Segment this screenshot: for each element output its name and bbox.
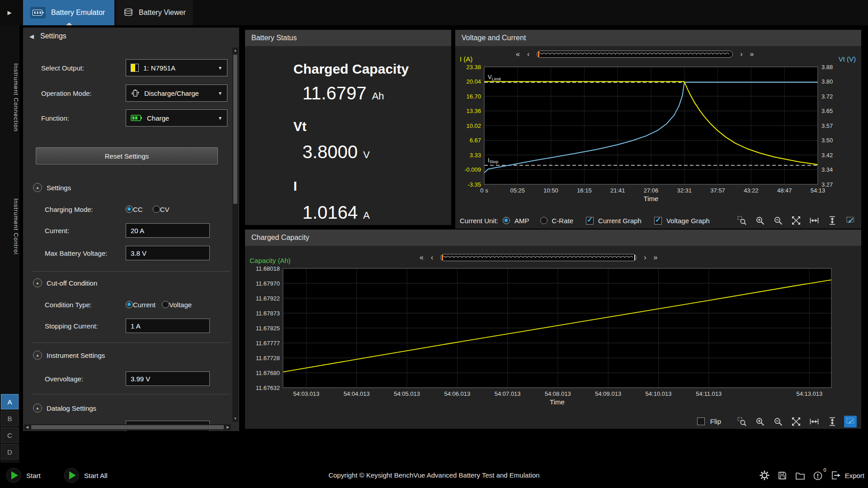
copyright-text: Copyright © Keysight BenchVue Advanced B…	[0, 463, 868, 488]
slot-c-button[interactable]: C	[1, 427, 19, 443]
voltage-current-chart[interactable]: 23.3820.0416.7013.3610.026.673.33-0.009-…	[459, 48, 858, 212]
rail-item-instrument-control[interactable]: Instrument Control	[0, 174, 19, 278]
voltage-graph-checkbox[interactable]	[654, 217, 662, 225]
reset-settings-button[interactable]: Reset Settings	[36, 147, 218, 164]
export-button[interactable]: Export	[830, 470, 864, 481]
y-axis-tick-label: 11.67777	[256, 340, 280, 347]
section-title: Instrument Settings	[47, 352, 105, 359]
condition-current-radio[interactable]	[126, 301, 133, 308]
function-value: Charge	[147, 114, 169, 122]
fit-height-icon[interactable]	[826, 215, 839, 226]
fit-height-icon[interactable]	[826, 416, 839, 427]
zoom-out-icon[interactable]	[772, 215, 784, 226]
select-output-dropdown[interactable]: 1: N7951A ▼	[126, 59, 227, 76]
scroll-left-button[interactable]: ◀	[24, 424, 30, 430]
collapse-section-icon[interactable]: ▲	[33, 351, 42, 360]
rail-item-instrument-connection[interactable]: Instrument Connection	[0, 39, 19, 156]
settings-vertical-scrollbar[interactable]: ▲ ▼	[232, 47, 238, 422]
fit-all-icon[interactable]	[790, 215, 802, 226]
fit-width-icon[interactable]	[808, 416, 821, 427]
save-icon[interactable]	[777, 470, 788, 481]
collapse-section-icon[interactable]: ▲	[33, 404, 42, 413]
y2-axis-tick-label: 3.50	[821, 137, 833, 144]
i-label: I	[293, 179, 297, 194]
tab-battery-viewer[interactable]: Battery Viewer	[116, 0, 193, 25]
app-window: ▶ Battery Emulator Battery Viewer Instru…	[0, 0, 868, 488]
voltage-graph-label: Voltage Graph	[666, 217, 710, 225]
cc-radio-label: CC	[133, 206, 143, 213]
y-axis-tick-label: 13.36	[466, 108, 481, 114]
footer-bar: Copyright © Keysight BenchVue Advanced B…	[0, 463, 868, 488]
operation-mode-label: Operation Mode:	[41, 89, 126, 97]
y2-axis-tick-label: 3.72	[821, 93, 833, 100]
fit-all-icon[interactable]	[790, 416, 802, 427]
output-channel-icon	[131, 64, 139, 72]
overvoltage-label: Overvoltage:	[45, 375, 126, 383]
scroll-down-button[interactable]: ▼	[232, 416, 238, 422]
zoom-in-icon[interactable]	[754, 215, 766, 226]
charged-capacity-svg: 11.6801811.6797011.6792211.6787311.67825…	[249, 246, 858, 414]
zoom-window-icon[interactable]	[736, 416, 748, 427]
section-title: Datalog Settings	[47, 404, 96, 412]
collapse-section-icon[interactable]: ▲	[33, 183, 42, 192]
y2-axis-tick-label: 3.57	[821, 122, 833, 129]
condition-voltage-radio[interactable]	[162, 301, 169, 308]
function-dropdown[interactable]: Charge ▼	[126, 109, 227, 127]
section-cutoff-header: ▲ Cut-off Condition	[33, 278, 97, 288]
overvoltage-input[interactable]	[126, 371, 210, 386]
i-number: 1.0164	[302, 202, 358, 222]
amp-radio[interactable]	[503, 217, 510, 224]
section-title: Cut-off Condition	[47, 279, 97, 287]
tab-label: Battery Emulator	[51, 9, 105, 17]
zoom-in-icon[interactable]	[754, 416, 766, 427]
operation-mode-dropdown[interactable]: Discharge/Charge ▼	[126, 84, 227, 102]
y2-axis-tick-label: 3.34	[821, 166, 833, 173]
left-rail: Instrument Connection Instrument Control…	[0, 25, 19, 463]
open-folder-icon[interactable]	[795, 470, 806, 481]
select-output-value: 1: N7951A	[143, 64, 175, 72]
zoom-undo-icon[interactable]	[844, 416, 857, 427]
vc-controls-row: Current Unit: AMP C-Rate Current Graph V…	[455, 212, 861, 229]
collapse-section-icon[interactable]: ▲	[33, 278, 42, 287]
collapse-settings-icon[interactable]: ◀	[29, 33, 34, 40]
y-axis-tick-label: 11.67873	[256, 310, 280, 317]
x-axis-tick-label: 43:22	[744, 187, 759, 194]
max-battery-voltage-input[interactable]	[126, 246, 210, 260]
cap-zoom-toolbar	[736, 416, 857, 427]
cc-radio[interactable]	[126, 206, 133, 213]
zoom-window-icon[interactable]	[736, 215, 748, 226]
charged-capacity-chart[interactable]: 11.6801811.6797011.6792211.6787311.67825…	[249, 246, 858, 414]
cv-radio[interactable]	[153, 206, 160, 213]
start-all-button[interactable]: Start All	[63, 463, 108, 488]
fit-width-icon[interactable]	[808, 215, 821, 226]
condition-type-row: Condition Type: Current Voltage	[45, 297, 228, 312]
x-axis-tick-label: 37:57	[710, 187, 725, 194]
settings-gear-icon[interactable]	[759, 470, 770, 481]
current-input[interactable]	[126, 223, 210, 238]
slot-b-button[interactable]: B	[1, 411, 19, 426]
expand-rail-button[interactable]: ▶	[5, 8, 14, 18]
slot-a-button[interactable]: A	[1, 394, 19, 409]
zoom-out-icon[interactable]	[772, 416, 784, 427]
flip-checkbox[interactable]	[697, 418, 705, 425]
start-button[interactable]: Start	[5, 463, 41, 488]
scroll-right-button[interactable]: ▶	[225, 424, 231, 430]
stopping-current-label: Stopping Current:	[45, 322, 126, 330]
settings-horizontal-scrollbar[interactable]: ◀ ▶	[24, 424, 231, 430]
x-axis-tick-label: 54:09.013	[595, 390, 621, 397]
i-value: 1.0164A	[302, 202, 370, 223]
notifications-icon[interactable]: 0	[813, 470, 823, 481]
horizontal-scrollbar-thumb[interactable]	[31, 425, 224, 429]
tab-battery-emulator[interactable]: Battery Emulator	[23, 0, 114, 25]
slot-d-button[interactable]: D	[1, 444, 19, 460]
zoom-undo-icon[interactable]	[844, 215, 857, 226]
stopping-current-input[interactable]	[126, 319, 210, 333]
scroll-up-button[interactable]: ▲	[232, 47, 238, 54]
y-axis-tick-label: 11.67922	[256, 295, 280, 302]
c-rate-radio[interactable]	[540, 217, 547, 224]
stopping-current-row: Stopping Current:	[45, 319, 228, 333]
y2-axis-tick-label: 3.80	[821, 78, 833, 85]
section-divider	[32, 394, 230, 394]
vertical-scrollbar-thumb[interactable]	[233, 55, 237, 204]
current-graph-checkbox[interactable]	[586, 217, 594, 225]
